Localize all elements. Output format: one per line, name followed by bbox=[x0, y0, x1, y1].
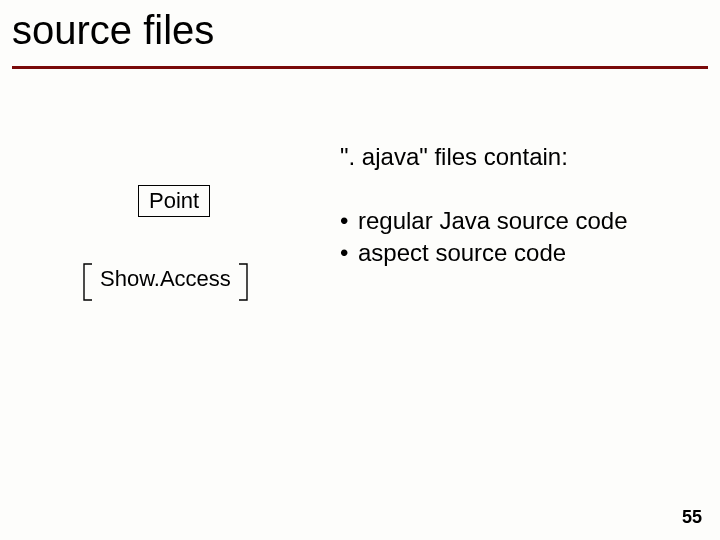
slide-title: source files bbox=[12, 8, 708, 52]
right-bracket-icon bbox=[237, 262, 251, 302]
title-underline bbox=[12, 66, 708, 69]
bullet-list: •regular Java source code •aspect source… bbox=[340, 205, 627, 270]
left-bracket-icon bbox=[80, 262, 94, 302]
showaccess-box: Show.Access bbox=[80, 262, 251, 302]
bullet-item: •aspect source code bbox=[340, 237, 627, 269]
bullet-text: regular Java source code bbox=[358, 207, 627, 234]
description-line: ". ajava" files contain: bbox=[340, 143, 568, 171]
point-box: Point bbox=[138, 185, 210, 217]
showaccess-label: Show.Access bbox=[94, 262, 237, 302]
bullet-dot-icon: • bbox=[340, 205, 358, 237]
bullet-dot-icon: • bbox=[340, 237, 358, 269]
page-number: 55 bbox=[682, 507, 702, 528]
bullet-text: aspect source code bbox=[358, 239, 566, 266]
bullet-item: •regular Java source code bbox=[340, 205, 627, 237]
